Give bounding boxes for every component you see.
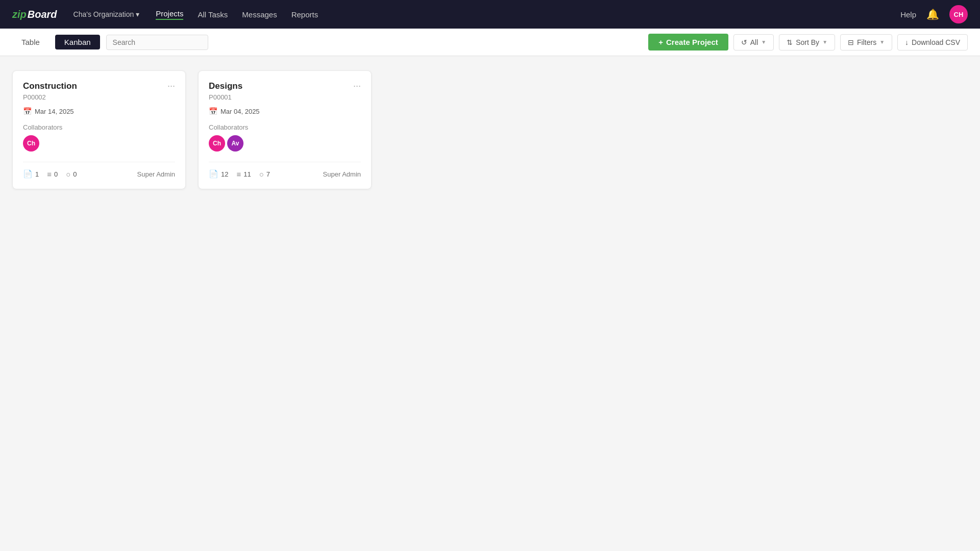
plus-icon: + xyxy=(658,38,663,46)
table-view-button[interactable]: Table xyxy=(12,35,49,49)
card-footer: 📄 12 ≡ 11 ○ 7 Super Admin xyxy=(209,162,361,179)
stat-value: 7 xyxy=(266,170,270,178)
main-content: Construction ··· P00002 📅 Mar 14, 2025 C… xyxy=(0,56,980,204)
card-role: Super Admin xyxy=(323,170,361,178)
stat-icon: 📄 xyxy=(209,169,218,179)
project-card: Designs ··· P00001 📅 Mar 04, 2025 Collab… xyxy=(198,70,372,189)
logo-board: Board xyxy=(28,9,57,20)
stat-icon: 📄 xyxy=(23,169,33,179)
org-chevron-icon: ▾ xyxy=(136,10,139,18)
nav-links: Projects All Tasks Messages Reports xyxy=(156,9,884,20)
bell-icon[interactable]: 🔔 xyxy=(926,8,939,20)
card-title: Designs xyxy=(209,81,242,91)
nav-messages[interactable]: Messages xyxy=(242,10,277,19)
card-id: P00001 xyxy=(209,93,361,101)
all-filter-button[interactable]: ↺ All ▼ xyxy=(733,34,774,51)
org-selector[interactable]: Cha's Organization ▾ xyxy=(74,10,140,18)
collaborators-label: Collaborators xyxy=(23,123,175,131)
card-header: Construction ··· xyxy=(23,81,175,91)
stat-value: 0 xyxy=(73,170,77,178)
stat-value: 1 xyxy=(35,170,39,178)
sort-icon: ⇅ xyxy=(787,38,793,46)
stat-value: 0 xyxy=(54,170,58,178)
download-csv-label: Download CSV xyxy=(912,38,960,46)
collaborators-label: Collaborators xyxy=(209,123,361,131)
stat-icon: ≡ xyxy=(236,170,241,179)
user-avatar[interactable]: CH xyxy=(949,5,968,23)
navbar: zipBoard Cha's Organization ▾ Projects A… xyxy=(0,0,980,29)
card-footer: 📄 1 ≡ 0 ○ 0 Super Admin xyxy=(23,162,175,179)
toolbar-right-actions: + Create Project ↺ All ▼ ⇅ Sort By ▼ ⊟ F… xyxy=(648,34,968,51)
stat-item: 📄 1 xyxy=(23,169,39,179)
download-icon: ↓ xyxy=(905,38,909,46)
avatar-group: ChAv xyxy=(209,135,361,152)
refresh-icon: ↺ xyxy=(741,38,747,46)
filters-chevron-icon: ▼ xyxy=(879,39,885,45)
avatar-group: Ch xyxy=(23,135,175,152)
card-date-value: Mar 04, 2025 xyxy=(220,108,260,115)
card-more-button[interactable]: ··· xyxy=(167,81,175,90)
kanban-view-button[interactable]: Kanban xyxy=(55,35,100,49)
calendar-icon: 📅 xyxy=(209,107,217,115)
filter-icon: ⊟ xyxy=(848,38,854,46)
filters-button[interactable]: ⊟ Filters ▼ xyxy=(840,34,892,51)
card-id: P00002 xyxy=(23,93,175,101)
create-project-label: Create Project xyxy=(666,38,718,46)
help-link[interactable]: Help xyxy=(900,10,916,19)
nav-reports[interactable]: Reports xyxy=(291,10,318,19)
card-more-button[interactable]: ··· xyxy=(353,81,361,90)
collaborator-avatar: Ch xyxy=(23,135,39,152)
stat-item: ≡ 0 xyxy=(47,170,58,179)
create-project-button[interactable]: + Create Project xyxy=(648,34,728,51)
stat-icon: ○ xyxy=(66,170,70,179)
card-header: Designs ··· xyxy=(209,81,361,91)
card-date: 📅 Mar 04, 2025 xyxy=(209,107,361,115)
all-chevron-icon: ▼ xyxy=(761,39,766,45)
logo-zip: zip xyxy=(12,9,27,20)
org-name: Cha's Organization xyxy=(74,10,134,18)
nav-all-tasks[interactable]: All Tasks xyxy=(198,10,228,19)
sort-by-label: Sort By xyxy=(796,38,819,46)
navbar-right: Help 🔔 CH xyxy=(900,5,968,23)
download-csv-button[interactable]: ↓ Download CSV xyxy=(897,34,968,51)
calendar-icon: 📅 xyxy=(23,107,32,115)
stat-icon: ≡ xyxy=(47,170,52,179)
stat-icon: ○ xyxy=(259,170,264,179)
stat-value: 11 xyxy=(243,170,251,178)
all-label: All xyxy=(750,38,758,46)
stat-item: 📄 12 xyxy=(209,169,228,179)
card-title: Construction xyxy=(23,81,77,91)
sort-by-button[interactable]: ⇅ Sort By ▼ xyxy=(779,34,835,51)
logo[interactable]: zipBoard xyxy=(12,9,57,20)
search-input[interactable] xyxy=(106,35,208,50)
stat-item: ≡ 11 xyxy=(236,170,251,179)
toolbar: Table Kanban + Create Project ↺ All ▼ ⇅ … xyxy=(0,29,980,56)
collaborator-avatar: Ch xyxy=(209,135,225,152)
stat-value: 12 xyxy=(221,170,228,178)
card-date: 📅 Mar 14, 2025 xyxy=(23,107,175,115)
project-card: Construction ··· P00002 📅 Mar 14, 2025 C… xyxy=(12,70,186,189)
sort-chevron-icon: ▼ xyxy=(822,39,827,45)
card-role: Super Admin xyxy=(137,170,175,178)
filters-label: Filters xyxy=(857,38,876,46)
collaborator-avatar: Av xyxy=(227,135,243,152)
stat-item: ○ 7 xyxy=(259,170,270,179)
nav-projects[interactable]: Projects xyxy=(156,9,183,20)
stat-item: ○ 0 xyxy=(66,170,77,179)
card-date-value: Mar 14, 2025 xyxy=(35,108,74,115)
